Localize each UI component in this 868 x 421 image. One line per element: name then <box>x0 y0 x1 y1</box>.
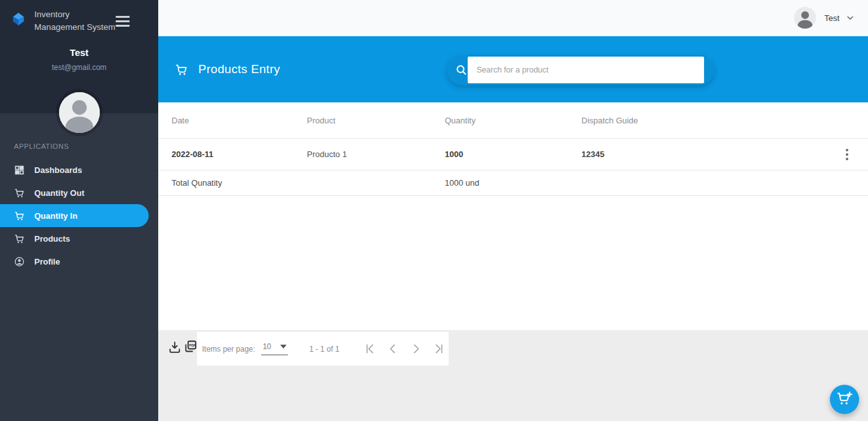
cell-quantity: 1000 <box>445 149 581 159</box>
table-header-row: Date Product Quantity Dispatch Guide <box>158 102 868 139</box>
total-quantity-label: Total Qunatity <box>172 178 445 188</box>
sidebar-item-label: Dashboards <box>34 165 82 175</box>
items-per-page-label: Items per page: <box>202 345 255 354</box>
sidebar: Inventory Management System Test test@gm… <box>0 0 158 421</box>
column-header-product: Product <box>307 116 445 125</box>
sidebar-avatar <box>59 92 100 133</box>
app-title: Inventory Management System <box>34 8 116 33</box>
cell-product: Producto 1 <box>307 149 445 159</box>
topbar: Test <box>158 0 868 36</box>
column-header-quantity: Quantity <box>445 116 581 125</box>
previous-page-icon[interactable] <box>386 342 400 355</box>
sidebar-item-label: Quantity In <box>34 211 78 221</box>
sidebar-item-label: Products <box>34 234 70 244</box>
search-bar <box>447 55 714 85</box>
search-icon[interactable] <box>455 64 468 76</box>
total-quantity-value: 1000 und <box>445 178 581 188</box>
sidebar-item-quantity-out[interactable]: Quantity Out <box>0 181 158 204</box>
topbar-avatar[interactable] <box>794 7 816 29</box>
products-table: Date Product Quantity Dispatch Guide 202… <box>158 102 868 330</box>
pagination-controls <box>363 342 445 355</box>
app-logo-icon <box>11 11 26 27</box>
items-per-page-value: 10 <box>262 342 271 351</box>
cell-dispatch-guide: 12345 <box>581 149 837 159</box>
cart-icon <box>14 210 25 221</box>
sidebar-item-products[interactable]: Products <box>0 227 158 250</box>
cart-plus-icon <box>836 390 853 409</box>
sidebar-menu: Dashboards Quantity Out Quantity In Prod… <box>0 158 158 273</box>
app-root: Inventory Management System Test test@gm… <box>0 0 868 421</box>
table-total-row: Total Qunatity 1000 und <box>158 170 868 196</box>
search-input[interactable] <box>468 57 704 83</box>
page-range-label: 1 - 1 of 1 <box>309 345 339 354</box>
sidebar-item-profile[interactable]: Profile <box>0 250 158 273</box>
add-entry-fab[interactable] <box>830 385 859 414</box>
items-per-page-select[interactable]: 10 <box>261 342 287 355</box>
sidebar-user-name: Test <box>0 47 158 58</box>
chevron-down-icon[interactable] <box>845 13 855 23</box>
sidebar-section-label: APPLICATIONS <box>14 142 69 150</box>
sidebar-item-quantity-in[interactable]: Quantity In <box>0 204 149 227</box>
column-header-dispatch-guide: Dispatch Guide <box>581 116 837 125</box>
person-icon <box>14 256 25 267</box>
pdf-export-icon[interactable]: PDF <box>183 339 198 354</box>
dropdown-arrow-icon <box>280 345 287 349</box>
hamburger-menu-icon[interactable] <box>116 13 131 29</box>
first-page-icon[interactable] <box>363 342 377 355</box>
page-title: Products Entry <box>198 62 280 76</box>
cart-icon <box>14 233 25 244</box>
sidebar-item-dashboards[interactable]: Dashboards <box>0 158 158 181</box>
paginator: Items per page: 10 1 - 1 of 1 <box>197 332 449 366</box>
topbar-user-name: Test <box>824 13 839 23</box>
table-row: 2022-08-11 Producto 1 1000 12345 <box>158 139 868 170</box>
page-title-group: Products Entry <box>175 36 280 102</box>
sidebar-item-label: Profile <box>34 257 60 266</box>
cell-date: 2022-08-11 <box>172 149 307 159</box>
cart-icon <box>14 188 25 198</box>
brand: Inventory Management System <box>0 0 158 33</box>
column-header-date: Date <box>172 116 307 125</box>
dashboard-icon <box>14 165 25 176</box>
svg-text:PDF: PDF <box>189 343 196 347</box>
row-menu-kebab-icon[interactable] <box>843 146 851 163</box>
last-page-icon[interactable] <box>432 342 445 355</box>
next-page-icon[interactable] <box>409 342 423 355</box>
sidebar-item-label: Quantity Out <box>34 188 85 198</box>
page-header: Products Entry <box>158 36 868 102</box>
sidebar-user-email: test@gmail.com <box>0 63 158 72</box>
download-icon[interactable] <box>168 340 182 354</box>
cart-icon <box>175 63 188 76</box>
